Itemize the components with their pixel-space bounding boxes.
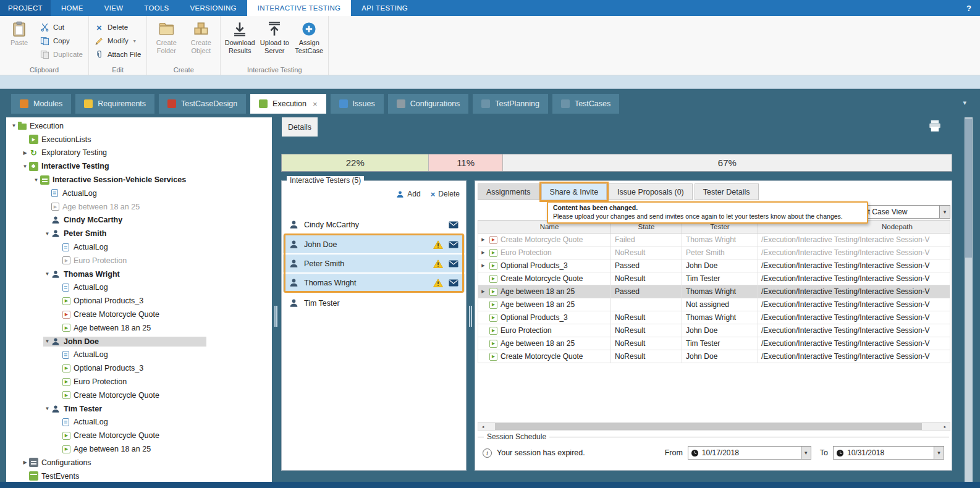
chevron-down-icon[interactable]: ▾ [939,206,950,218]
scrollbar-thumb[interactable] [495,423,922,430]
menu-tab-interactive-testing[interactable]: INTERACTIVE TESTING [247,0,352,16]
delete-button[interactable]: × Delete [91,20,145,34]
menu-tab-api-testing[interactable]: API TESTING [351,0,418,16]
tester-row-tim[interactable]: Tim Tester [283,294,465,312]
from-date-picker[interactable]: 10/17/2018 ▾ [688,446,811,460]
help-icon[interactable]: ? [958,0,980,16]
expand-arrow[interactable]: ▼ [43,271,51,277]
tree-item-euro-protection[interactable]: ▶Euro Protection [6,254,272,267]
table-row[interactable]: ▶ ▶Optional Products_3 Passed John Doe /… [478,259,950,272]
expand-arrow[interactable]: ▼ [21,164,29,169]
expand-arrow[interactable]: ▼ [43,406,51,411]
tree-item-optional-products[interactable]: ▶Optional Products_3 [6,294,272,308]
tree-item-age-between[interactable]: ▶Age between 18 an 25 [6,442,272,456]
tree-item-age-between[interactable]: ▶Age between 18 an 25 [6,321,272,335]
download-results-button[interactable]: Download Results [222,18,257,64]
tree-item-peter-smith[interactable]: ▼Peter Smith [6,227,272,240]
modify-button[interactable]: Modify ▾ [91,34,145,48]
mail-icon[interactable] [449,260,458,267]
tree-item-optional-products[interactable]: ▶Optional Products_3 [6,361,272,375]
table-row[interactable]: ▶Create Motorcycle Quote NoResult Tim Te… [478,272,950,285]
chevron-down-icon[interactable]: ▾ [934,447,944,459]
chevron-down-icon[interactable]: ▾ [133,38,136,44]
tree-item-actuallog[interactable]: ActualLog [6,416,272,429]
tab-overflow-icon[interactable]: ▾ [963,99,966,107]
tree-item-john-doe[interactable]: ▼John Doe [6,335,272,348]
horizontal-scrollbar[interactable]: ◄ ► [478,422,950,431]
mail-icon[interactable] [449,279,458,287]
tree-item-actuallog[interactable]: ActualLog [6,348,272,362]
table-row[interactable]: ▶Age between 18 an 25 Not assigned /Exec… [478,298,950,311]
cut-button[interactable]: Cut [36,20,87,34]
tree-item-executionlists[interactable]: ExecutionLists [6,133,272,146]
assign-testcase-button[interactable]: Assign TestCase [292,18,326,64]
tester-row-john[interactable]: John Doe [283,235,465,253]
tab-testcasedesign[interactable]: TestCaseDesign [159,94,246,114]
tab-modules[interactable]: Modules [11,94,71,114]
close-tab-icon[interactable]: × [313,99,318,109]
menu-tab-view[interactable]: VIEW [94,0,134,16]
tab-execution[interactable]: Execution× [250,94,326,114]
tab-issues[interactable]: Issues [331,94,384,114]
create-object-button[interactable]: Create Object [184,18,218,64]
tree-item-tim-tester[interactable]: ▼Tim Tester [6,402,272,416]
menu-tab-versioning[interactable]: VERSIONING [180,0,247,16]
table-row[interactable]: ▶Create Motorcycle Quote NoResult John D… [478,350,950,363]
scrollbar-thumb[interactable] [965,119,972,258]
table-row[interactable]: ▶ ▶Euro Protection NoResult Peter Smith … [478,246,950,259]
row-expander[interactable]: ▶ [478,285,488,298]
tester-row-peter[interactable]: Peter Smith [283,255,465,272]
expand-arrow[interactable]: ▼ [43,339,51,344]
tree-item-actuallog[interactable]: ActualLog [6,240,272,254]
menu-tab-project[interactable]: PROJECT [0,0,51,16]
tree-item-cindy-mccarthy[interactable]: Cindy McCarthy [6,214,272,227]
create-folder-button[interactable]: Create Folder [149,18,184,64]
mail-icon[interactable] [449,221,458,229]
table-row-selected[interactable]: ▶ ▶Age between 18 an 25 Passed Thomas Wr… [478,285,950,298]
tab-issue-proposals[interactable]: Issue Proposals (0) [609,183,693,200]
expand-arrow[interactable]: ▼ [32,177,40,183]
tab-testplanning[interactable]: TestPlanning [473,94,548,114]
tree-item-interactive-testing[interactable]: ▼Interactive Testing [6,159,272,173]
tree-item-euro-protection[interactable]: ▶Euro Protection [6,375,272,389]
tree-item-create-motorcycle-quote[interactable]: ▶Create Motorcycle Quote [6,389,272,402]
tab-testcases[interactable]: TestCases [552,94,619,114]
tree-item-testevents[interactable]: TestEvents [6,469,272,482]
tab-details[interactable]: Details [282,117,318,137]
tab-tester-details[interactable]: Tester Details [695,183,759,200]
print-icon[interactable] [928,120,942,132]
tab-share-invite[interactable]: Share & Invite [541,183,607,200]
scroll-right-icon[interactable]: ► [940,423,950,431]
tree-item-age-between[interactable]: ▶Age between 18 an 25 [6,200,272,214]
tree-splitter-handle[interactable] [274,306,277,327]
menu-tab-home[interactable]: HOME [51,0,94,16]
tree-item-exploratory-testing[interactable]: ▶↻Exploratory Testing [6,146,272,160]
expand-arrow[interactable]: ▼ [10,123,18,128]
tree-item-actuallog[interactable]: ActualLog [6,187,272,200]
tester-row-cindy[interactable]: Cindy McCarthy [283,216,465,233]
tree-item-thomas-wright[interactable]: ▼Thomas Wright [6,267,272,281]
tree-item-create-motorcycle-quote[interactable]: ▶Create Motorcycle Quote [6,308,272,321]
tab-assignments[interactable]: Assignments [478,183,539,200]
tab-configurations[interactable]: Configurations [388,94,469,114]
tester-row-thomas[interactable]: Thomas Wright [283,274,465,292]
duplicate-button[interactable]: Duplicate [36,48,87,61]
expand-arrow[interactable]: ▶ [21,150,29,156]
expand-arrow[interactable]: ▶ [21,460,29,465]
paste-button[interactable]: Paste [2,18,36,64]
tree-item-create-motorcycle-quote[interactable]: ▶Create Motorcycle Quote [6,429,272,442]
expand-arrow[interactable]: ▼ [43,231,51,237]
tree-item-configurations[interactable]: ▶Configurations [6,456,272,469]
panel-splitter-handle[interactable] [469,306,472,327]
tab-requirements[interactable]: Requirements [75,94,154,114]
table-row[interactable]: ▶Euro Protection NoResult John Doe /Exec… [478,324,950,337]
table-row[interactable]: ▶Optional Products_3 NoResult Thomas Wri… [478,311,950,324]
table-row[interactable]: ▶Age between 18 an 25 NoResult Tim Teste… [478,337,950,350]
to-date-picker[interactable]: 10/31/2018 ▾ [833,446,944,460]
row-expander[interactable]: ▶ [478,233,488,246]
table-row[interactable]: ▶ ▶Create Motorcycle Quote Failed Thomas… [478,233,950,246]
row-expander[interactable]: ▶ [478,246,488,259]
mail-icon[interactable] [449,241,458,248]
tree-item-execution[interactable]: ▼Execution [6,119,272,133]
tree-item-actuallog[interactable]: ActualLog [6,281,272,295]
